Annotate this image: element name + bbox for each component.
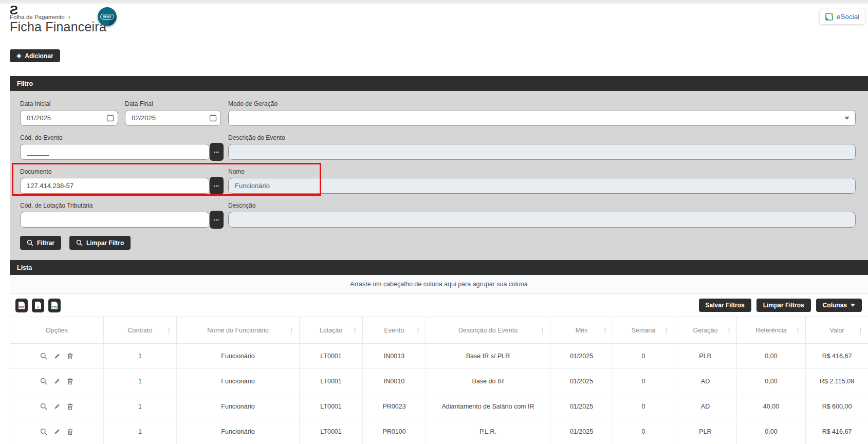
cell-evento: IN0013 [362,344,426,368]
export-csv-button[interactable]: CSV [48,299,61,312]
cell-mes: 01/2025 [550,369,613,394]
delete-row-button[interactable] [67,378,73,385]
nome-label: Nome [228,168,856,175]
cell-valor: R$ 416,67 [805,344,868,368]
esocial-button-label: eSocial [837,13,859,21]
cod-lotacao-input[interactable] [20,212,210,228]
edit-row-button[interactable] [53,403,61,410]
field-descricao-evento: Descrição do Evento [228,134,856,160]
column-header-referencia[interactable]: Referência [736,317,805,343]
limpar-filtros-button[interactable]: Limpar Filtros [756,299,811,312]
descricao-label: Descrição [228,202,856,209]
limpar-filtro-button[interactable]: Limpar Filtro [69,236,131,250]
cod-lotacao-lookup-button[interactable] [210,211,224,229]
calendar-icon[interactable] [106,114,114,122]
cell-geracao: AD [674,369,736,394]
add-button[interactable]: Adicionar [10,49,60,62]
filtrar-button[interactable]: Filtrar [20,236,61,250]
page-title: Ficha Financeira [10,20,106,34]
delete-row-button[interactable] [67,403,73,410]
pdf-file-icon: PDF [19,302,25,309]
edit-row-button[interactable] [53,353,61,360]
field-nome: Nome [228,168,856,194]
data-inicial-input[interactable] [20,110,118,126]
cell-mes: 01/2025 [550,419,613,444]
kebab-menu-icon[interactable] [165,327,172,334]
export-pdf-button[interactable]: PDF [15,299,28,312]
export-xls-button[interactable]: X [32,299,44,312]
column-header-nome[interactable]: Nome do Funcionário [176,317,299,343]
view-row-button[interactable] [40,353,47,360]
limpar-filtro-button-label: Limpar Filtro [86,239,124,247]
group-by-dropzone[interactable]: Arraste um cabeçalho de coluna aqui para… [10,275,868,294]
kebab-menu-icon[interactable] [352,327,358,334]
edit-row-button[interactable] [53,428,61,435]
row-options [10,394,103,419]
row-options [10,419,103,444]
cell-descricao-evento: P.L.R. [426,419,550,444]
cell-evento: IN0010 [362,369,426,394]
column-header-opcoes: Opções [10,317,103,343]
cell-referencia: 0,00 [736,419,805,444]
column-header-descricao-evento[interactable]: Descrição do Evento [426,317,550,343]
salvar-filtros-label: Salvar Filtros [706,302,745,309]
column-header-mes[interactable]: Mês [550,317,613,343]
cell-geracao: AD [674,394,736,419]
field-cod-evento: Cód. do Evento [20,134,224,160]
data-final-label: Data Final [125,100,221,107]
cell-contrato: 1 [103,394,176,419]
modo-geracao-label: Modo de Geração [228,100,856,107]
data-final-input[interactable] [125,110,221,126]
field-modo-geracao: Modo de Geração [228,100,856,126]
delete-row-button[interactable] [67,353,73,360]
esocial-button[interactable]: eSocial [819,9,865,25]
cell-descricao-evento: Base do IR [426,369,550,394]
edit-row-button[interactable] [53,378,61,385]
cell-valor: R$ 600,00 [805,394,868,419]
table-row: 1 Funcionário LT0001 PR0100 P.L.R. 01/20… [10,419,868,444]
csv-file-icon: CSV [51,302,58,309]
delete-row-button[interactable] [67,428,73,435]
filtrar-button-label: Filtrar [37,239,54,247]
column-header-geracao[interactable]: Geração [674,317,736,343]
column-header-contrato[interactable]: Contrato [103,317,176,343]
kebab-menu-icon[interactable] [415,327,421,334]
kebab-menu-icon[interactable] [663,327,670,334]
nome-input [228,178,856,194]
colunas-dropdown-button[interactable]: Colunas [816,299,862,312]
cell-contrato: 1 [103,344,176,368]
data-inicial-label: Data Inicial [20,100,118,107]
cod-evento-input[interactable] [20,144,210,160]
cell-semana: 0 [613,419,674,444]
cell-evento: PR0100 [362,419,426,444]
modo-geracao-select[interactable] [228,110,856,126]
column-header-valor[interactable]: Valor [805,317,868,343]
kebab-menu-icon[interactable] [795,327,801,334]
search-icon [76,239,83,246]
cell-nome-funcionario: Funcionário [176,419,299,444]
calendar-icon[interactable] [209,114,217,122]
kebab-menu-icon[interactable] [857,327,864,334]
filter-section-header: Filtro [10,76,868,91]
kebab-menu-icon[interactable] [539,327,546,334]
documento-input[interactable] [20,178,210,194]
column-header-lotacao[interactable]: Lotação [299,317,362,343]
salvar-filtros-button[interactable]: Salvar Filtros [699,299,751,312]
filter-section-title: Filtro [17,80,33,87]
kebab-menu-icon[interactable] [726,327,732,334]
documento-lookup-button[interactable] [210,177,224,195]
cell-descricao-evento: Adiantamento de Salário com IR [426,394,550,419]
kebab-menu-icon[interactable] [288,327,295,334]
list-section-header: Lista [10,260,868,275]
view-row-button[interactable] [40,378,47,385]
table-row: 1 Funcionário LT0001 IN0013 Base IR s/ P… [10,344,868,369]
view-row-button[interactable] [40,428,47,435]
view-row-button[interactable] [40,403,47,410]
column-header-semana[interactable]: Semana [613,317,674,343]
kebab-menu-icon[interactable] [602,327,608,334]
cell-valor: R$ 2.115,09 [805,369,868,394]
column-header-evento[interactable]: Evento [362,317,426,343]
group-by-hint: Arraste um cabeçalho de coluna aqui para… [350,281,527,288]
wiki-badge[interactable]: WIKI [98,7,117,26]
cod-evento-lookup-button[interactable] [210,143,224,161]
